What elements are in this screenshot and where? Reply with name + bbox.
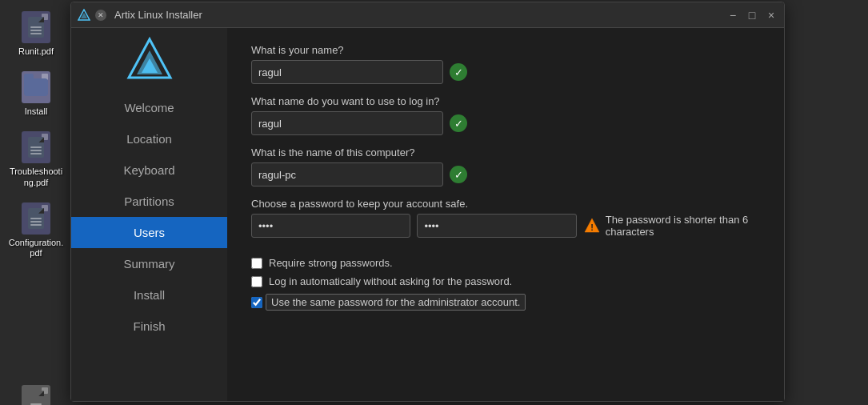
computer-input-row: ✓ (251, 162, 760, 186)
desktop-icon-runit[interactable]: Runit.pdf (4, 8, 68, 60)
window-body: Welcome Location Keyboard Partitions Use… (71, 28, 784, 401)
sidebar: Welcome Location Keyboard Partitions Use… (71, 28, 227, 401)
name-input[interactable] (251, 60, 443, 84)
sidebar-logo (126, 36, 174, 84)
admin-password-row: Use the same password for the administra… (251, 294, 760, 311)
sidebar-item-users[interactable]: Users (71, 217, 227, 248)
artix-logo-icon (126, 36, 174, 84)
svg-text:!: ! (590, 223, 594, 232)
troubleshooting-icon (22, 131, 50, 163)
desktop-icon-configuration[interactable]: Configuration.pdf (4, 199, 68, 262)
sidebar-item-install[interactable]: Install (71, 279, 227, 311)
password-confirm-input[interactable] (417, 214, 576, 238)
configuration-icon (22, 202, 50, 235)
autologin-row: Log in automatically without asking for … (251, 275, 760, 287)
password-warning: ! The password is shorter than 6 charact… (583, 214, 760, 238)
desktop: Runit.pdf Install T (0, 0, 868, 405)
sidebar-item-finish[interactable]: Finish (71, 311, 227, 342)
autologin-checkbox[interactable] (251, 276, 262, 287)
login-input-row: ✓ (251, 111, 760, 135)
main-content: What is your name? ✓ What name do you wa… (227, 28, 784, 401)
runit-icon (22, 11, 50, 43)
autologin-label: Log in automatically without asking for … (269, 275, 512, 287)
desktop-icon-install[interactable]: Install (4, 68, 68, 120)
installer-window: ✕ Artix Linux Installer − □ × (70, 2, 785, 402)
name-row: What is your name? ✓ (251, 44, 760, 84)
install-folder-label: Install (25, 106, 48, 117)
titlebar-left: ✕ Artix Linux Installer (78, 9, 202, 22)
computer-row: What is the name of this computer? ✓ (251, 146, 760, 186)
sidebar-nav: Welcome Location Keyboard Partitions Use… (71, 92, 227, 342)
login-row: What name do you want to use to log in? … (251, 95, 760, 135)
name-label: What is your name? (251, 44, 760, 56)
admin-password-checkbox[interactable] (251, 297, 262, 308)
maximize-button[interactable]: □ (746, 9, 758, 22)
password-label: Choose a password to keep your account s… (251, 198, 760, 210)
require-strong-label: Require strong passwords. (269, 257, 393, 269)
admin-password-label: Use the same password for the administra… (266, 294, 526, 311)
sidebar-item-location[interactable]: Location (71, 123, 227, 154)
computer-check-icon: ✓ (450, 166, 467, 183)
window-title: Artix Linux Installer (114, 9, 202, 21)
sidebar-item-summary[interactable]: Summary (71, 248, 227, 279)
warning-triangle-icon: ! (583, 217, 601, 235)
password-input[interactable] (251, 214, 410, 238)
configuration-label: Configuration.pdf (7, 238, 65, 259)
login-input[interactable] (251, 111, 443, 135)
titlebar-close-icon[interactable]: ✕ (95, 10, 106, 21)
runit-label: Runit.pdf (18, 46, 54, 57)
sidebar-item-keyboard[interactable]: Keyboard (71, 154, 227, 186)
minimize-button[interactable]: − (726, 9, 739, 22)
computer-input[interactable] (251, 162, 443, 186)
desktop-icon-troubleshooting[interactable]: Troubleshooting.pdf (4, 128, 68, 190)
titlebar-controls: − □ × (726, 9, 778, 22)
sidebar-item-partitions[interactable]: Partitions (71, 186, 227, 217)
login-check-icon: ✓ (450, 114, 467, 132)
desktop-icon-readme[interactable]: README.txt (4, 382, 68, 405)
titlebar: ✕ Artix Linux Installer − □ × (71, 2, 784, 28)
require-strong-row: Require strong passwords. (251, 257, 760, 269)
sidebar-item-welcome[interactable]: Welcome (71, 92, 227, 123)
require-strong-checkbox[interactable] (251, 258, 262, 269)
password-warning-text: The password is shorter than 6 character… (606, 214, 760, 238)
name-input-row: ✓ (251, 60, 760, 84)
computer-label: What is the name of this computer? (251, 146, 760, 158)
titlebar-logo-icon (78, 9, 90, 22)
install-folder-icon (22, 71, 50, 103)
name-check-icon: ✓ (450, 63, 467, 81)
close-button[interactable]: × (765, 9, 778, 22)
readme-icon (22, 385, 50, 405)
password-input-row: ! The password is shorter than 6 charact… (251, 214, 760, 238)
troubleshooting-label: Troubleshooting.pdf (7, 166, 65, 187)
desktop-icons: Runit.pdf Install T (0, 0, 72, 405)
login-label: What name do you want to use to log in? (251, 95, 760, 107)
password-row: Choose a password to keep your account s… (251, 198, 760, 238)
